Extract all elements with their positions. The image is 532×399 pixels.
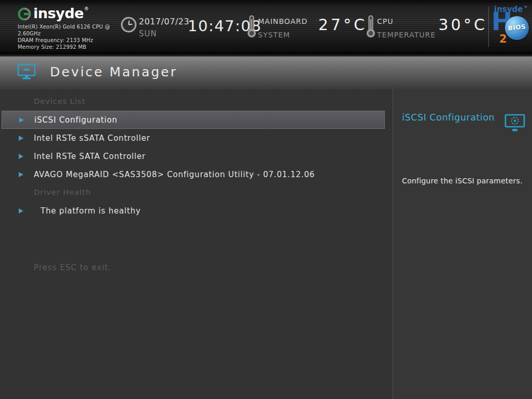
driver-health-item-label: The platform is healthy — [41, 206, 141, 216]
devices-list-section-title: Devices List — [2, 89, 385, 107]
detail-panel-title: iSCSI Configuration — [402, 111, 495, 124]
row-arrow-icon — [19, 172, 23, 177]
bios-screen: insyde ® Intel(R) Xeon(R) Gold 6126 CPU … — [0, 0, 532, 399]
detail-panel-description: Configure the iSCSI parameters. — [402, 177, 530, 185]
device-item-label: Intel RSTe sSATA Controller — [34, 134, 150, 143]
top-banner: insyde ® Intel(R) Xeon(R) Gold 6126 CPU … — [0, 0, 532, 54]
iscsi-configuration-icon — [504, 113, 526, 133]
page-title: Device Manager — [50, 64, 177, 79]
row-arrow-icon — [19, 136, 23, 141]
h2o-bios-text: BIOS — [504, 23, 529, 33]
row-arrow-icon — [19, 208, 23, 214]
insyde-brand: insyde ® — [17, 6, 89, 21]
cpu-info: Intel(R) Xeon(R) Gold 6126 CPU @ 2.60GHz — [18, 23, 124, 37]
cpu-thermometer-icon — [366, 15, 376, 38]
mainboard-label: MAINBOARD — [258, 17, 307, 25]
system-label: SYSTEM — [258, 31, 307, 39]
main-area: Devices List iSCSI Configuration Intel R… — [0, 89, 532, 399]
insyde-logo-icon — [17, 6, 32, 21]
row-arrow-icon — [19, 154, 23, 159]
h2o-brand-dot — [525, 6, 527, 8]
device-item-label: Intel RSTe SATA Controller — [34, 152, 146, 161]
driver-health-item-platform-healthy[interactable]: The platform is healthy — [2, 202, 385, 220]
logo-divider — [488, 7, 489, 47]
device-item-avago-megaraid-config-utility[interactable]: AVAGO MegaRAID <SAS3508> Configuration U… — [2, 165, 385, 183]
mainboard-temperature-value: 27°C — [318, 16, 367, 34]
device-manager-icon — [17, 62, 36, 81]
device-list-panel: Devices List iSCSI Configuration Intel R… — [0, 89, 393, 399]
h2o-subscript-2: 2 — [499, 33, 507, 45]
brand-name: insyde — [33, 6, 84, 21]
mainboard-label-group: MAINBOARD SYSTEM — [258, 17, 307, 39]
mainboard-thermometer-icon — [246, 15, 257, 38]
cpu-temp-label-group: CPU TEMPERATURE — [377, 17, 436, 39]
device-item-label: iSCSI Configuration — [34, 115, 118, 125]
day-text: SUN — [139, 29, 189, 38]
driver-health-section-title: Driver Health — [2, 183, 385, 202]
cpu-label: CPU — [377, 17, 436, 25]
date-day-group: 2017/07/23 SUN — [139, 17, 189, 38]
device-item-intel-rste-sata-controller[interactable]: Intel RSTe SATA Controller — [2, 147, 385, 165]
device-item-intel-rste-ssata-controller[interactable]: Intel RSTe sSATA Controller — [2, 129, 385, 147]
title-bar: Device Manager — [0, 54, 532, 89]
date-text: 2017/07/23 — [139, 17, 189, 26]
device-item-label: AVAGO MegaRAID <SAS3508> Configuration U… — [34, 170, 315, 179]
cpu-temperature-value: 30°C — [438, 16, 487, 34]
exit-hint: Press ESC to exit. — [2, 220, 385, 272]
dram-frequency-info: DRAM Frequency: 2133 MHz — [18, 37, 124, 44]
h2o-bios-sphere: BIOS — [505, 16, 529, 40]
memory-size-info: Memory Size: 212992 MB — [18, 44, 124, 50]
h2o-bios-logo: insyde H BIOS 2 — [491, 4, 530, 51]
device-item-iscsi-configuration[interactable]: iSCSI Configuration — [2, 111, 385, 129]
clock-icon — [121, 17, 137, 33]
system-info: Intel(R) Xeon(R) Gold 6126 CPU @ 2.60GHz… — [18, 23, 124, 50]
brand-registered-mark: ® — [84, 6, 89, 11]
temperature-label: TEMPERATURE — [377, 31, 436, 39]
row-arrow-icon — [19, 117, 24, 123]
detail-panel: iSCSI Configuration Configure the iSCSI … — [393, 89, 532, 399]
